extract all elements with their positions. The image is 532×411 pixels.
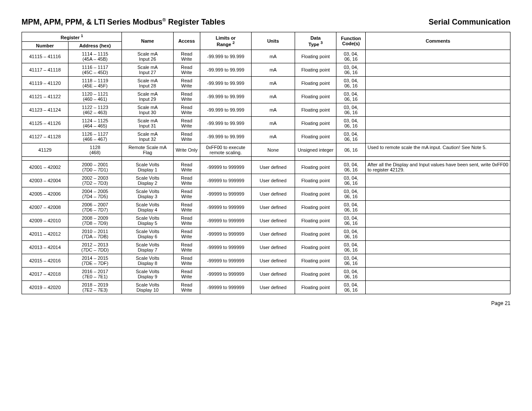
cell: User defined — [251, 160, 295, 174]
cell: mA — [251, 76, 295, 90]
table-row: 411291128(468)Remote Scale mAFlagWrite O… — [22, 143, 510, 156]
cell: 03, 04,06, 16 — [336, 50, 366, 63]
col-register: Register 1 — [22, 32, 122, 42]
cell: 42005 – 42006 — [22, 187, 68, 200]
cell: Floating point — [295, 63, 336, 76]
cell — [366, 63, 510, 76]
cell: 2002 – 2003(7D2 – 7D3) — [68, 174, 122, 187]
col-comments: Comments — [366, 32, 510, 50]
table-row: 41125 – 411261124 – 1125(464 – 465)Scale… — [22, 116, 510, 130]
cell: Floating point — [295, 254, 336, 267]
cell: 2000 – 2001(7D0 – 7D1) — [68, 160, 122, 174]
cell: Scale mAInput 31 — [122, 116, 173, 130]
cell: 1118 – 1119(45E – 45F) — [68, 76, 122, 90]
table-row: 42011 – 420122010 – 2011(7DA – 7DB)Scale… — [22, 227, 510, 240]
cell — [366, 116, 510, 130]
cell: 2006 – 2007(7D6 – 7D7) — [68, 200, 122, 214]
cell: 03, 04,06, 16 — [336, 200, 366, 214]
cell: Floating point — [295, 160, 336, 174]
table-row: 41117 – 411181116 – 1117(45C – 45D)Scale… — [22, 63, 510, 76]
table-row: 42015 – 420162014 – 2015(7DE – 7DF)Scale… — [22, 254, 510, 267]
table-row: 42013 – 420142012 – 2013(7DC – 7DD)Scale… — [22, 240, 510, 254]
cell — [366, 200, 510, 214]
cell — [366, 50, 510, 63]
cell: -99.999 to 99.999 — [200, 103, 251, 116]
cell: Read Write — [173, 240, 200, 254]
cell: -99.999 to 99.999 — [200, 76, 251, 90]
col-number: Number — [22, 41, 68, 50]
cell: Scale VoltsDisplay 6 — [122, 227, 173, 240]
cell: Read Write — [173, 227, 200, 240]
cell: Used to remote scale the mA input. Cauti… — [366, 143, 510, 156]
cell: Floating point — [295, 227, 336, 240]
cell: Read Write — [173, 76, 200, 90]
header-left-prefix: MPM, APM, PPM, & LTI Series Modbus — [22, 18, 162, 26]
cell: Scale mAInput 32 — [122, 130, 173, 143]
cell: Scale mAInput 27 — [122, 63, 173, 76]
cell: 03, 04,06, 16 — [336, 130, 366, 143]
table-row — [22, 156, 510, 160]
cell: 03, 04,06, 16 — [336, 76, 366, 90]
table-row: 41127 – 411281126 – 1127(466 – 467)Scale… — [22, 130, 510, 143]
cell: 03, 04,06, 16 — [336, 116, 366, 130]
cell: Read Write — [173, 200, 200, 214]
cell: Scale VoltsDisplay 10 — [122, 280, 173, 294]
col-access: Access — [173, 32, 200, 50]
cell: 41123 – 41124 — [22, 103, 68, 116]
cell: 2018 – 2019(7E2 – 7E3) — [68, 280, 122, 294]
cell: Floating point — [295, 130, 336, 143]
cell: Floating point — [295, 50, 336, 63]
cell: User defined — [251, 280, 295, 294]
table-row: 42007 – 420082006 – 2007(7D6 – 7D7)Scale… — [22, 200, 510, 214]
cell: 2012 – 2013(7DC – 7DD) — [68, 240, 122, 254]
cell: -99999 to 999999 — [200, 254, 251, 267]
cell: -99.999 to 99.999 — [200, 50, 251, 63]
cell: Scale VoltsDisplay 7 — [122, 240, 173, 254]
table-row: 42003 – 420042002 – 2003(7D2 – 7D3)Scale… — [22, 174, 510, 187]
cell: 03, 04,06, 16 — [336, 174, 366, 187]
cell: -99999 to 999999 — [200, 227, 251, 240]
header-right: Serial Communication — [429, 18, 510, 27]
cell: 06, 16 — [336, 143, 366, 156]
cell: Read Write — [173, 254, 200, 267]
table-row: 42019 – 420202018 – 2019(7E2 – 7E3)Scale… — [22, 280, 510, 294]
cell: Scale VoltsDisplay 2 — [122, 174, 173, 187]
table-row: 41123 – 411241122 – 1123(462 – 463)Scale… — [22, 103, 510, 116]
cell: 03, 04,06, 16 — [336, 63, 366, 76]
cell: 1120 – 1121(460 – 461) — [68, 90, 122, 103]
cell: 1124 – 1125(464 – 465) — [68, 116, 122, 130]
cell: 1116 – 1117(45C – 45D) — [68, 63, 122, 76]
cell: User defined — [251, 187, 295, 200]
cell: -99999 to 999999 — [200, 240, 251, 254]
col-address: Address (hex) — [68, 41, 122, 50]
cell: 2010 – 2011(7DA – 7DB) — [68, 227, 122, 240]
table-row: 41121 – 411221120 – 1121(460 – 461)Scale… — [22, 90, 510, 103]
cell: 2008 – 2009(7D8 – 7D9) — [68, 214, 122, 227]
cell: -99.999 to 99.999 — [200, 130, 251, 143]
col-function-code: FunctionCode(s) — [336, 32, 366, 50]
cell: mA — [251, 103, 295, 116]
cell: mA — [251, 116, 295, 130]
cell — [366, 214, 510, 227]
cell: 1114 – 1115(45A – 45B) — [68, 50, 122, 63]
col-units: Units — [251, 32, 295, 50]
cell: 41129 — [22, 143, 68, 156]
cell: mA — [251, 50, 295, 63]
col-range: Limits or Range 2 — [200, 32, 251, 50]
cell: 42011 – 42012 — [22, 227, 68, 240]
cell: 03, 04,06, 16 — [336, 90, 366, 103]
cell: -99.999 to 99.999 — [200, 63, 251, 76]
col-name: Name — [122, 32, 173, 50]
cell: -99.999 to 99.999 — [200, 116, 251, 130]
cell: Scale VoltsDisplay 1 — [122, 160, 173, 174]
cell: Read Write — [173, 187, 200, 200]
cell — [366, 240, 510, 254]
cell: 03, 04,06, 16 — [336, 240, 366, 254]
cell: Read Write — [173, 130, 200, 143]
cell: 42017 – 42018 — [22, 267, 68, 280]
cell — [366, 280, 510, 294]
cell: 1126 – 1127(466 – 467) — [68, 130, 122, 143]
cell: User defined — [251, 214, 295, 227]
table-row: 42009 – 420102008 – 2009(7D8 – 7D9)Scale… — [22, 214, 510, 227]
cell: 0xFF00 to execute remote scaling. — [200, 143, 251, 156]
